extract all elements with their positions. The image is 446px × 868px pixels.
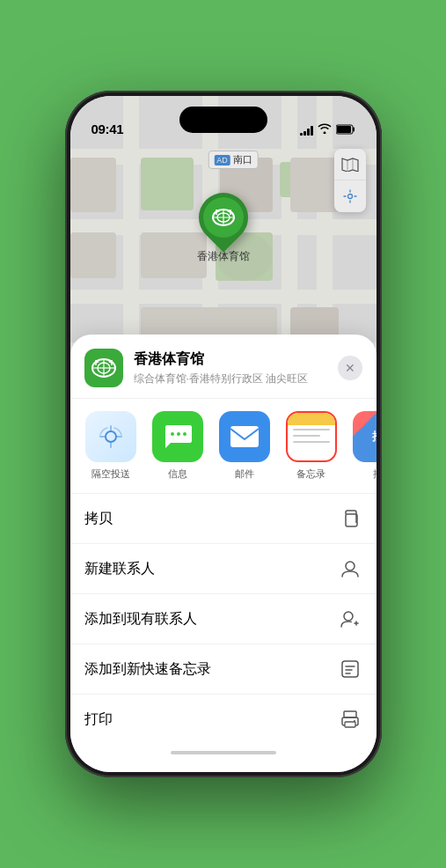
menu-item-add-contact[interactable]: 添加到现有联系人 [70,593,377,644]
svg-point-21 [177,432,180,436]
more-icon: 推 [353,411,377,462]
message-label: 信息 [168,467,187,481]
message-icon [152,411,203,462]
location-header: 香港体育馆 综合体育馆·香港特别行政区 油尖旺区 ✕ [70,335,377,399]
add-contact-label: 添加到现有联系人 [84,610,197,629]
close-button[interactable]: ✕ [338,356,362,380]
venue-name: 香港体育馆 [134,350,327,369]
share-row: 隔空投送 信息 [70,399,377,493]
print-label: 打印 [84,710,113,729]
home-indicator [171,751,276,754]
menu-item-print[interactable]: 打印 [70,694,377,744]
new-contact-icon [338,556,362,581]
battery-icon [336,124,355,136]
share-item-mail[interactable]: 邮件 [215,411,274,481]
map-type-button[interactable] [334,149,366,180]
svg-rect-1 [353,127,355,131]
svg-point-26 [344,612,353,621]
location-button[interactable] [334,180,366,212]
pin-icon [203,197,244,238]
dynamic-island [179,107,267,133]
mail-icon [219,411,270,462]
svg-rect-2 [337,126,351,133]
map-controls [334,149,366,212]
map-label: AD 南口 [208,151,259,169]
signal-icon [300,125,313,136]
pin-marker [188,182,258,252]
svg-point-22 [183,432,186,436]
map-label-prefix: AD [214,155,230,166]
menu-item-new-contact[interactable]: 新建联系人 [70,543,377,593]
more-label: 推 [373,467,377,481]
phone-screen: 09:41 [70,96,377,772]
home-indicator-area [70,744,377,754]
phone-frame: 09:41 [65,91,382,777]
wifi-icon [318,123,332,136]
svg-point-37 [354,720,355,722]
svg-point-19 [106,431,116,442]
svg-rect-34 [344,711,356,717]
notes-icon [286,411,337,462]
svg-point-25 [346,562,355,570]
airdrop-label: 隔空投送 [91,467,130,481]
map-label-text: 南口 [233,153,252,166]
svg-point-20 [171,432,174,436]
svg-rect-23 [230,426,259,447]
share-item-airdrop[interactable]: 隔空投送 [81,411,141,481]
bottom-sheet: 香港体育馆 综合体育馆·香港特别行政区 油尖旺区 ✕ 隔空投 [70,335,377,772]
quick-note-icon [338,657,362,681]
copy-label: 拷贝 [84,510,113,528]
status-time: 09:41 [91,121,124,136]
new-contact-label: 新建联系人 [84,560,155,578]
menu-item-quick-note[interactable]: 添加到新快速备忘录 [70,644,377,694]
quick-note-label: 添加到新快速备忘录 [84,660,211,679]
svg-rect-36 [345,722,355,727]
airdrop-icon [85,411,136,462]
copy-icon [338,506,362,531]
print-icon [338,707,362,732]
venue-description: 综合体育馆·香港特别行政区 油尖旺区 [134,371,327,386]
mail-label: 邮件 [235,467,254,481]
location-pin: 香港体育馆 [197,193,250,264]
svg-rect-24 [346,514,357,526]
venue-icon [84,349,123,387]
share-item-more[interactable]: 推 推 [348,411,377,481]
share-item-message[interactable]: 信息 [148,411,208,481]
status-icons [300,123,355,136]
share-item-notes[interactable]: 备忘录 [281,411,341,481]
add-contact-icon [338,607,362,631]
notes-label: 备忘录 [296,467,325,481]
menu-item-copy[interactable]: 拷贝 [70,493,377,543]
venue-info: 香港体育馆 综合体育馆·香港特别行政区 油尖旺区 [134,350,327,386]
svg-rect-30 [342,661,358,677]
